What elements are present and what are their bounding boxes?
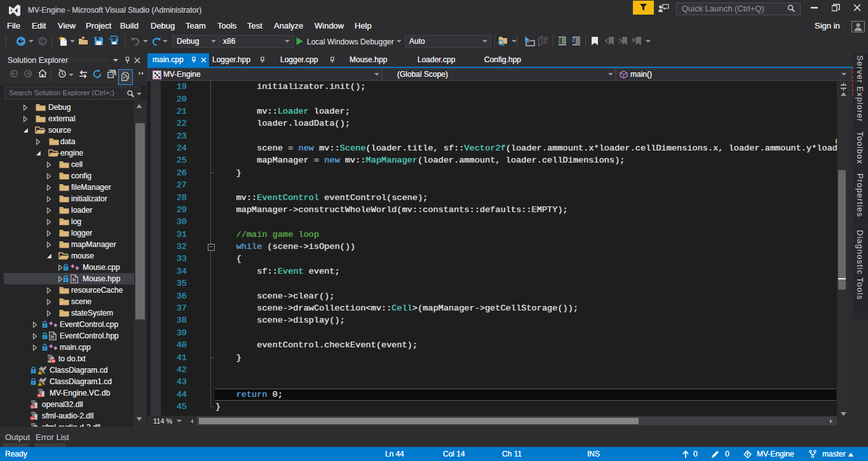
svg-text:h: h xyxy=(72,277,76,283)
svg-text:2: 2 xyxy=(572,37,575,43)
svg-text:h: h xyxy=(51,334,54,340)
